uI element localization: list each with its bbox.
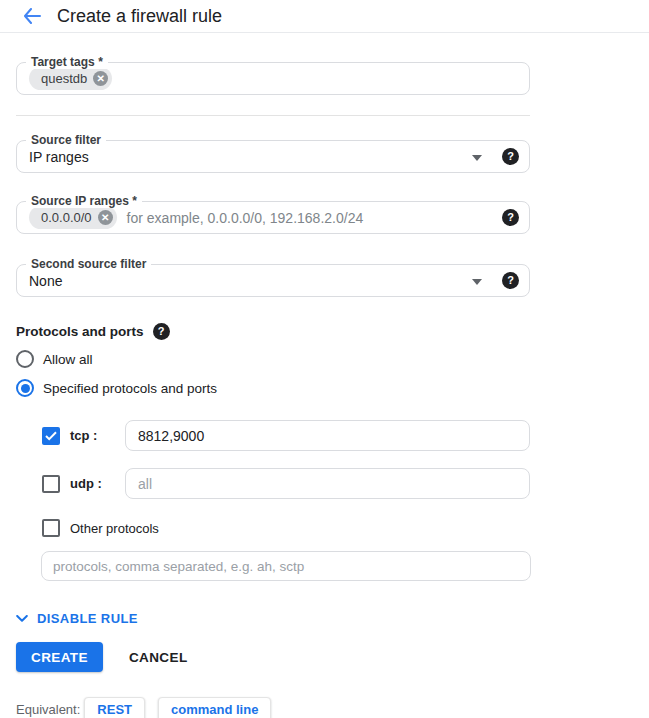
protocols-heading-text: Protocols and ports <box>16 324 144 339</box>
tcp-row: tcp : <box>42 420 546 451</box>
second-source-filter-select[interactable]: Second source filter None ? <box>16 264 530 297</box>
radio-specified-protocols[interactable]: Specified protocols and ports <box>16 378 546 398</box>
source-ip-chip-text: 0.0.0.0/0 <box>41 210 92 225</box>
second-source-filter-value: None <box>29 273 62 289</box>
section-divider <box>16 115 530 116</box>
source-filter-label: Source filter <box>26 133 106 147</box>
other-protocols-label: Other protocols <box>70 521 159 536</box>
cancel-button[interactable]: CANCEL <box>129 650 188 665</box>
radio-allow-all[interactable]: Allow all <box>16 349 546 369</box>
other-protocols-row[interactable]: Other protocols <box>42 519 546 537</box>
help-icon[interactable]: ? <box>502 148 519 165</box>
help-icon[interactable]: ? <box>502 272 519 289</box>
tcp-label: tcp : <box>70 428 125 443</box>
create-button[interactable]: CREATE <box>16 642 103 672</box>
target-tags-label: Target tags * <box>26 55 108 69</box>
back-arrow-icon[interactable] <box>20 4 44 28</box>
target-tags-field[interactable]: Target tags * questdb ✕ <box>16 62 530 95</box>
second-source-filter-label: Second source filter <box>26 257 151 271</box>
source-filter-value: IP ranges <box>29 149 89 165</box>
chip-remove-icon[interactable]: ✕ <box>98 210 113 225</box>
command-line-button[interactable]: command line <box>158 697 271 718</box>
source-filter-select[interactable]: Source filter IP ranges ? <box>16 140 530 173</box>
chevron-down-icon <box>16 615 28 623</box>
chevron-down-icon <box>472 279 482 285</box>
udp-row: udp : <box>42 468 546 499</box>
source-ip-ranges-label: Source IP ranges * <box>26 194 142 208</box>
source-ip-chip: 0.0.0.0/0 ✕ <box>29 206 117 229</box>
radio-selected-icon[interactable] <box>16 379 34 397</box>
other-protocols-input[interactable] <box>41 551 531 581</box>
disable-rule-toggle[interactable]: DISABLE RULE <box>16 611 138 626</box>
equivalent-row: Equivalent: REST command line <box>16 697 546 718</box>
action-buttons: CREATE CANCEL <box>16 642 546 672</box>
page-title: Create a firewall rule <box>57 6 222 27</box>
equivalent-label: Equivalent: <box>16 702 80 717</box>
other-protocols-checkbox[interactable] <box>42 519 60 537</box>
chevron-down-icon <box>472 155 482 161</box>
udp-checkbox[interactable] <box>42 475 60 493</box>
allow-all-label: Allow all <box>43 352 93 367</box>
rest-button[interactable]: REST <box>84 697 145 718</box>
tcp-checkbox[interactable] <box>42 427 60 445</box>
help-icon[interactable]: ? <box>502 209 519 226</box>
chip-remove-icon[interactable]: ✕ <box>93 71 108 86</box>
firewall-rule-form: Target tags * questdb ✕ Source filter IP… <box>0 62 546 718</box>
disable-rule-label: DISABLE RULE <box>37 611 138 626</box>
target-tag-chip: questdb ✕ <box>29 67 112 90</box>
target-tag-chip-text: questdb <box>41 71 87 86</box>
tcp-ports-input[interactable] <box>125 420 530 451</box>
radio-unselected-icon[interactable] <box>16 350 34 368</box>
source-ip-ranges-field[interactable]: Source IP ranges * 0.0.0.0/0 ✕ for examp… <box>16 201 530 234</box>
help-icon[interactable]: ? <box>153 323 170 340</box>
source-ip-placeholder: for example, 0.0.0.0/0, 192.168.2.0/24 <box>127 210 364 226</box>
specified-label: Specified protocols and ports <box>43 381 217 396</box>
udp-label: udp : <box>70 476 125 491</box>
dialog-header: Create a firewall rule <box>0 0 649 33</box>
udp-ports-input[interactable] <box>125 468 530 499</box>
protocols-and-ports-heading: Protocols and ports ? <box>16 323 546 340</box>
